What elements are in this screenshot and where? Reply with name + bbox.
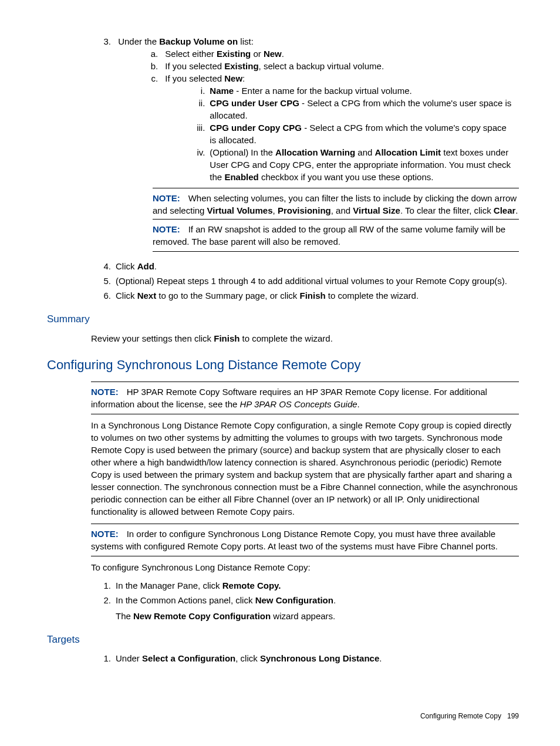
note-block-filter: NOTE:When selecting volumes, you can fil…: [153, 188, 519, 219]
substeps-roman: i.Name - Enter a name for the backup vir…: [185, 85, 517, 183]
ordered-steps-cont: 4.Click Add. 5.(Optional) Repeat steps 1…: [91, 260, 519, 302]
substep-c: c. If you selected New: i.Name - Enter a…: [138, 72, 518, 183]
config-intro: To configure Synchronous Long Distance R…: [91, 561, 519, 573]
config-step-2: 2.In the Common Actions panel, click New…: [91, 594, 519, 622]
note-block-requirements: NOTE:In order to configure Synchronous L…: [91, 524, 519, 556]
note-block-license: NOTE:HP 3PAR Remote Copy Software requir…: [91, 382, 519, 414]
substep-a: a. Select either Existing or New.: [138, 48, 518, 60]
ordered-steps: 3. Under the Backup Volume on list: a. S…: [91, 35, 519, 183]
config-steps: 1.In the Manager Pane, click Remote Copy…: [91, 579, 519, 622]
substep-c-ii: ii.CPG under User CPG - Select a CPG fro…: [185, 97, 517, 121]
note-label: NOTE:: [91, 529, 119, 539]
step-4: 4.Click Add.: [91, 260, 519, 272]
heading-config-sld: Configuring Synchronous Long Distance Re…: [47, 356, 519, 374]
step-5: 5.(Optional) Repeat steps 1 through 4 to…: [91, 275, 519, 287]
heading-targets: Targets: [47, 633, 519, 647]
note-label: NOTE:: [153, 224, 180, 234]
targets-steps: 1.Under Select a Configuration, click Sy…: [91, 652, 519, 664]
targets-step-1: 1.Under Select a Configuration, click Sy…: [91, 652, 519, 664]
step-number: 3.: [91, 35, 111, 48]
substeps-alpha: a. Select either Existing or New. b. If …: [138, 48, 518, 183]
note-label: NOTE:: [91, 387, 119, 397]
page-content: 3. Under the Backup Volume on list: a. S…: [47, 35, 519, 721]
config-step-2-result: The New Remote Copy Configuration wizard…: [116, 610, 515, 622]
step-3: 3. Under the Backup Volume on list: a. S…: [91, 35, 519, 183]
note-block-snapshot: NOTE:If an RW snapshot is added to the g…: [153, 219, 519, 252]
step-text: Under the Backup Volume on list: a. Sele…: [118, 35, 518, 183]
page-footer: Configuring Remote Copy 199: [47, 711, 519, 721]
config-step-1: 1.In the Manager Pane, click Remote Copy…: [91, 579, 519, 592]
note-label: NOTE:: [153, 193, 180, 203]
step-6: 6.Click Next to go to the Summary page, …: [91, 289, 519, 302]
substep-c-iii: iii.CPG under Copy CPG - Select a CPG fr…: [185, 121, 517, 146]
substep-c-iv: iv.(Optional) In the Allocation Warning …: [185, 146, 517, 183]
heading-summary: Summary: [47, 312, 519, 326]
substep-c-i: i.Name - Enter a name for the backup vir…: [185, 85, 517, 97]
summary-text: Review your settings then click Finish t…: [91, 332, 519, 345]
config-paragraph: In a Synchronous Long Distance Remote Co…: [91, 419, 519, 518]
substep-b: b. If you selected Existing, select a ba…: [138, 60, 518, 72]
